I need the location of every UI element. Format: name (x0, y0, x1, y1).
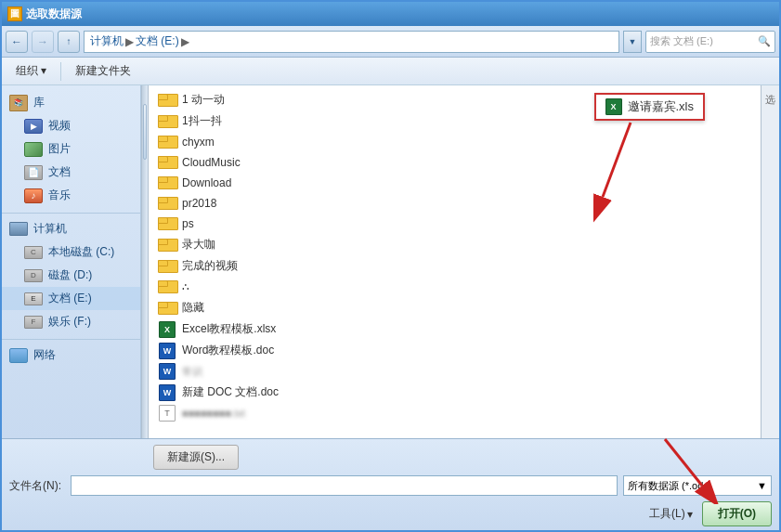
file-item[interactable]: W 常识 (152, 361, 757, 382)
folder-icon (158, 175, 176, 190)
tools-dropdown[interactable]: 工具(L) ▾ (645, 504, 696, 524)
filename-label: 文件名(N): (9, 478, 65, 494)
network-icon (9, 348, 28, 363)
sidebar-item-image[interactable]: 图片 (2, 137, 140, 161)
word-icon: W (158, 344, 176, 358)
sidebar-drive-d-label: 磁盘 (D:) (48, 267, 92, 283)
doc-icon: 📄 (24, 165, 43, 180)
search-icon: 🔍 (758, 35, 771, 47)
file-name: 常识 (182, 365, 202, 379)
up-button[interactable]: ↑ (58, 31, 80, 53)
file-item[interactable]: CloudMusic (152, 152, 757, 173)
video-icon: ▶ (24, 119, 43, 134)
new-source-button[interactable]: 新建源(S)... (153, 445, 239, 470)
file-item[interactable]: pr2018 (152, 193, 757, 214)
forward-button[interactable]: → (32, 31, 54, 53)
file-name: Word教程模板.doc (182, 343, 274, 358)
sidebar-item-drive-f[interactable]: F 娱乐 (F:) (2, 310, 140, 333)
sidebar-network-section: 网络 (2, 344, 140, 367)
file-item[interactable]: 完成的视频 (152, 255, 757, 277)
open-label: 打开(O) (718, 507, 756, 520)
folder-icon (158, 93, 176, 108)
file-item[interactable]: T ■■■■■■■■.txt (152, 403, 757, 423)
organize-button[interactable]: 组织 ▾ (9, 59, 53, 83)
open-button[interactable]: 打开(O) (702, 501, 772, 526)
sidebar-music-label: 音乐 (48, 188, 71, 203)
file-name: ps (182, 217, 194, 230)
word-icon: W (158, 364, 176, 379)
folder-icon (158, 155, 176, 170)
sidebar-item-computer[interactable]: 计算机 (2, 217, 140, 240)
file-name: chyxm (182, 136, 215, 149)
filetype-label: 所有数据源 (*.od (628, 479, 703, 493)
word-icon: W (158, 385, 176, 400)
file-item[interactable]: ps (152, 214, 757, 234)
main-content: 📚 库 ▶ 视频 图片 (2, 85, 779, 438)
bottom-buttons-row: 工具(L) ▾ 打开(O) (9, 501, 772, 526)
filetype-dropdown-arrow: ▼ (757, 480, 767, 491)
file-item[interactable]: Download (152, 173, 757, 193)
sidebar-item-network[interactable]: 网络 (2, 344, 140, 367)
sidebar-divider-1 (2, 213, 140, 214)
filename-input[interactable] (71, 475, 618, 496)
title-bar: 圖 选取数据源 (2, 2, 779, 26)
new-folder-button[interactable]: 新建文件夹 (69, 59, 137, 83)
music-icon: ♪ (24, 188, 43, 203)
file-name: 完成的视频 (182, 258, 238, 274)
file-item[interactable]: ∴ (152, 277, 757, 297)
drive-c-icon: C (24, 245, 43, 260)
sidebar-doc-label: 文档 (48, 164, 71, 180)
sidebar-drive-c-label: 本地磁盘 (C:) (48, 244, 114, 260)
file-name: 1 动一动 (182, 92, 225, 108)
file-name: Excel教程模板.xlsx (182, 321, 276, 337)
sidebar-library-label: 库 (33, 95, 45, 110)
file-item[interactable]: W Word教程模板.doc (152, 340, 757, 361)
sidebar-item-library[interactable]: 📚 库 (2, 91, 140, 114)
sidebar-scrollbar[interactable] (141, 85, 149, 438)
toolbar-separator (60, 62, 61, 81)
sidebar-item-music[interactable]: ♪ 音乐 (2, 184, 140, 207)
sidebar-item-drive-e[interactable]: E 文档 (E:) (2, 287, 140, 310)
sidebar-item-video[interactable]: ▶ 视频 (2, 114, 140, 137)
file-name: ∴ (182, 280, 189, 293)
sidebar-drive-f-label: 娱乐 (F:) (48, 314, 91, 330)
scrollbar-thumb[interactable] (143, 104, 147, 160)
file-name: Download (182, 176, 231, 189)
sidebar-item-drive-c[interactable]: C 本地磁盘 (C:) (2, 240, 140, 264)
file-item[interactable]: 录大咖 (152, 234, 757, 255)
path-computer[interactable]: 计算机 (90, 33, 124, 49)
sidebar-drive-e-label: 文档 (E:) (48, 291, 92, 306)
search-box[interactable]: 搜索 文档 (E:) 🔍 (645, 31, 775, 53)
filename-row: 文件名(N): 所有数据源 (*.od ▼ (9, 475, 772, 496)
highlighted-excel-icon: X (605, 98, 622, 115)
drive-d-icon: D (24, 268, 43, 283)
path-drive[interactable]: 文档 (E:) (136, 33, 179, 49)
folder-icon (158, 259, 176, 274)
file-item[interactable]: chyxm (152, 132, 757, 152)
file-name: CloudMusic (182, 156, 241, 169)
sidebar-image-label: 图片 (48, 141, 71, 157)
excel-icon: X (158, 322, 176, 337)
folder-icon (158, 114, 176, 129)
file-name: 1抖一抖 (182, 113, 222, 129)
bottom-section: 新建源(S)... 文件名(N): 所有数据源 (*.od ▼ 工具(L) ▾ … (2, 438, 779, 530)
sidebar-item-drive-d[interactable]: D 磁盘 (D:) (2, 264, 140, 287)
highlighted-file-name: 邀请嘉宾.xls (628, 98, 695, 115)
sidebar-video-label: 视频 (48, 118, 71, 134)
address-path[interactable]: 计算机 ▶ 文档 (E:) ▶ (84, 31, 619, 53)
file-name: pr2018 (182, 197, 216, 210)
tools-label: 工具(L) (649, 506, 685, 522)
folder-icon (158, 301, 176, 316)
filetype-dropdown[interactable]: 所有数据源 (*.od ▼ (623, 475, 772, 496)
sidebar-computer-label: 计算机 (33, 221, 67, 237)
file-item[interactable]: X Excel教程模板.xlsx (152, 318, 757, 340)
address-dropdown[interactable]: ▼ (623, 31, 642, 53)
sidebar-item-doc[interactable]: 📄 文档 (2, 161, 140, 184)
file-item[interactable]: 隐藏 (152, 297, 757, 318)
title-icon: 圖 (7, 6, 22, 21)
back-button[interactable]: ← (6, 31, 28, 53)
file-name: ■■■■■■■■.txt (182, 408, 245, 419)
computer-icon (9, 222, 28, 237)
file-item[interactable]: W 新建 DOC 文档.doc (152, 382, 757, 403)
new-folder-label: 新建文件夹 (75, 63, 131, 79)
